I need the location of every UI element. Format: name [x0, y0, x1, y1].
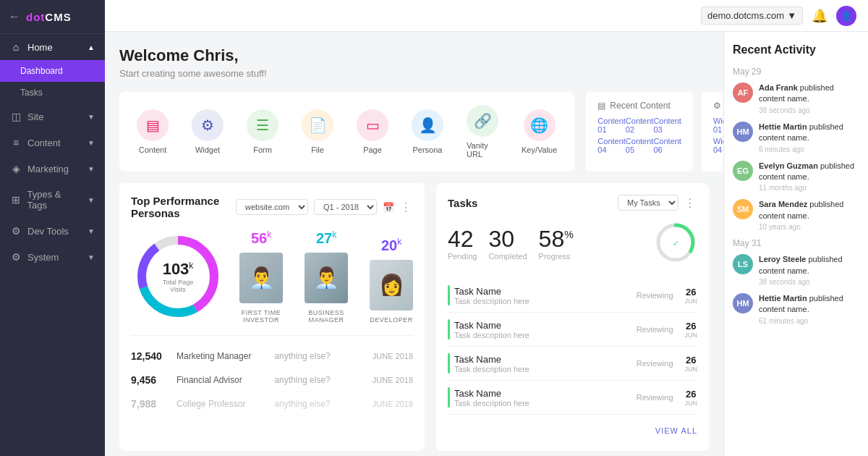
quick-action-keyval[interactable]: 🌐 Key/Value	[510, 104, 569, 160]
activity-text-ada: Ada Frank published content name. 38 sec…	[759, 83, 859, 114]
sidebar-item-system[interactable]: ⚙ System ▼	[0, 244, 105, 270]
recent-boxes: ▤ Recent Content Content 01 Content 02 C…	[586, 92, 723, 172]
persona-link-1[interactable]: anything else?	[274, 351, 366, 361]
sidebar-item-marketing[interactable]: ◈ Marketing ▼	[0, 156, 105, 182]
widget-link-1[interactable]: Widget 01	[713, 117, 723, 134]
site-selector[interactable]: demo.dotcms.com ▼	[701, 7, 803, 25]
content-link-4[interactable]: Content 04	[597, 137, 626, 154]
nav-label-site: Site	[27, 111, 43, 122]
task-date-1: 26 JUN	[685, 287, 698, 305]
sidebar-item-content[interactable]: ≡ Content ▼	[0, 130, 105, 156]
sidebar-item-dev-tools[interactable]: ⚙ Dev Tools ▼	[0, 218, 105, 244]
more-options-icon[interactable]: ⋮	[400, 200, 413, 214]
persona-title-1: Marketing Manager	[176, 351, 268, 361]
persona-img-1: 👨‍💼	[239, 253, 283, 303]
chevron-icon-site: ▼	[88, 113, 95, 121]
activity-text-sara: Sara Mendez published content name. 10 y…	[759, 199, 859, 231]
activity-text-hettie1: Hettie Martin published content name. 6 …	[759, 122, 859, 153]
welcome-title: Welcome Chris,	[119, 46, 709, 65]
task-info-3: Task Name Task description here	[454, 354, 637, 373]
widget-link-4[interactable]: Widget 04	[713, 137, 723, 154]
persona-name-2: BUSINESS MANAGER	[305, 309, 348, 324]
task-info-2: Task Name Task description here	[454, 320, 637, 339]
persona-row-2: 9,456 Financial Advisor anything else? J…	[131, 368, 413, 392]
user-avatar[interactable]: 👤	[836, 6, 856, 26]
back-icon[interactable]: ←	[9, 10, 20, 23]
task-desc-4: Task description here	[454, 399, 637, 408]
pending-value: 42	[448, 227, 477, 250]
task-month-2: JUN	[685, 332, 698, 339]
persona-name-3: DEVELOPER	[370, 316, 413, 324]
task-info-4: Task Name Task description here	[454, 388, 637, 408]
vanity-label: Vanity URL	[467, 141, 498, 159]
progress-circle: ✓	[654, 221, 697, 267]
persona-link-2[interactable]: anything else?	[274, 375, 366, 385]
quick-action-vanity[interactable]: 🔗 Vanity URL	[455, 99, 510, 164]
donut-center: 103k Total Page Visits	[155, 260, 202, 293]
quick-action-persona[interactable]: 👤 Persona	[400, 104, 455, 160]
persona-link-3[interactable]: anything else?	[274, 399, 366, 409]
file-action-icon: 📄	[302, 109, 333, 141]
activity-avatar-hettie1: HM	[733, 122, 753, 142]
tasks-header: Tasks My Tasks ⋮	[448, 195, 697, 211]
persona-date-2: JUNE 2018	[373, 376, 413, 384]
marketing-icon: ◈	[10, 163, 22, 174]
main-area: demo.dotcms.com ▼ 🔔 👤 Welcome Chris, Sta…	[105, 0, 868, 456]
personas-header: Top Performance Personas website.com Q1 …	[131, 195, 413, 219]
sidebar-item-types-tags[interactable]: ⊞ Types & Tags ▼	[0, 182, 105, 218]
types-icon: ⊞	[10, 194, 22, 206]
task-day-4: 26	[686, 389, 696, 400]
activity-avatar-leroy: LS	[733, 254, 753, 274]
activity-avatar-hettie2: HM	[733, 293, 753, 313]
tasks-dropdown[interactable]: My Tasks	[618, 195, 678, 211]
persona-num-1: 12,540	[131, 350, 171, 362]
task-bar-3	[448, 353, 450, 373]
sidebar-item-site[interactable]: ◫ Site ▼	[0, 104, 105, 130]
recent-widgets-links: Widget 01 Widget 02 Widget 03 Widget 04 …	[713, 117, 723, 154]
site-dropdown[interactable]: website.com	[236, 199, 308, 215]
quick-action-page[interactable]: ▭ Page	[345, 104, 400, 160]
notification-icon[interactable]: 🔔	[812, 8, 827, 24]
activity-name-hettie1: Hettie Martin published content name.	[759, 122, 859, 144]
quick-action-file[interactable]: 📄 File	[290, 104, 345, 160]
task-stat-completed: 30 Completed	[488, 227, 527, 261]
personas-title: Top Performance Personas	[131, 195, 236, 219]
task-status-2: Reviewing	[637, 325, 673, 334]
quick-action-form[interactable]: ☰ Form	[235, 104, 290, 160]
sidebar-item-dashboard[interactable]: Dashboard	[0, 60, 105, 82]
content-link-5[interactable]: Content 05	[626, 137, 654, 154]
content-link-3[interactable]: Content 03	[653, 117, 681, 134]
activity-date-may29: May 29	[733, 67, 859, 77]
task-stat-pending: 42 Pending	[448, 227, 477, 261]
task-status-1: Reviewing	[637, 291, 673, 300]
content-link-1[interactable]: Content 01	[597, 117, 626, 134]
quick-action-content[interactable]: ▤ Content	[125, 104, 180, 160]
tasks-panel: Tasks My Tasks ⋮ 42 Pending	[436, 183, 709, 451]
pending-label: Pending	[448, 252, 477, 261]
sidebar-item-home[interactable]: ⌂ Home ▲	[0, 34, 105, 60]
activity-avatar-sara: SM	[733, 199, 753, 219]
nav-label-system: System	[27, 252, 59, 263]
dashboard-main: Welcome Chris, Start creating some aweso…	[105, 32, 723, 456]
task-stats: 42 Pending 30 Completed 58% Progress	[448, 221, 697, 267]
sidebar-item-tasks[interactable]: Tasks	[0, 82, 105, 104]
content-link-6[interactable]: Content 06	[653, 137, 681, 154]
task-day-1: 26	[686, 287, 696, 297]
recent-widgets-title: ⚙ Recent Widgets	[713, 101, 723, 111]
nav-label-dev: Dev Tools	[27, 226, 69, 237]
tasks-more-icon[interactable]: ⋮	[684, 196, 697, 210]
view-all-link[interactable]: VIEW ALL	[655, 426, 697, 435]
svg-text:✓: ✓	[673, 239, 679, 248]
task-month-4: JUN	[685, 400, 698, 407]
home-icon: ⌂	[10, 41, 22, 53]
task-info-1: Task Name Task description here	[454, 286, 637, 305]
date-dropdown[interactable]: Q1 - 2018	[314, 199, 377, 215]
activity-sidebar: Recent Activity May 29 AF Ada Frank publ…	[723, 32, 868, 456]
content-link-2[interactable]: Content 02	[626, 117, 654, 134]
completed-value: 30	[488, 227, 527, 250]
persona-date-1: JUNE 2018	[373, 352, 413, 360]
activity-time-sara: 10 years ago	[759, 223, 859, 231]
progress-value: 58%	[539, 227, 574, 250]
calendar-icon[interactable]: 📅	[383, 202, 394, 213]
quick-action-widget[interactable]: ⚙ Widget	[180, 104, 235, 160]
